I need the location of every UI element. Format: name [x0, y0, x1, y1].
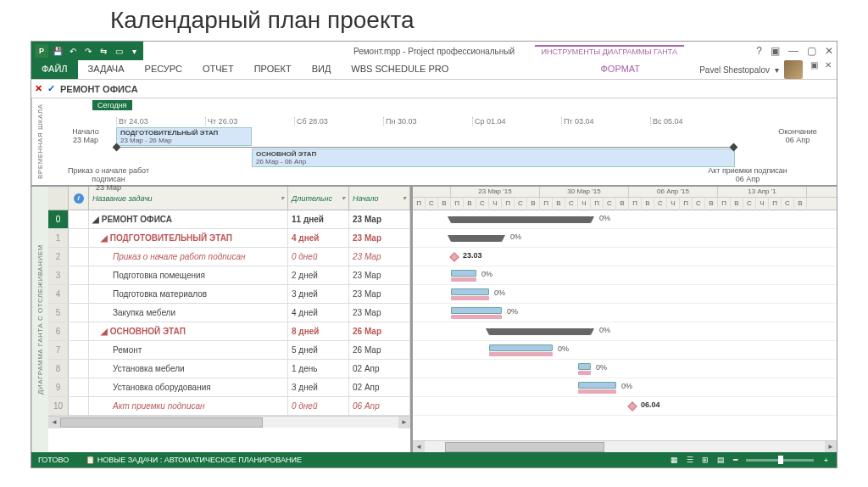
view-calendar-icon[interactable]: ▤ [717, 456, 725, 464]
grid-scrollbar[interactable]: ◄ ► [48, 416, 410, 428]
user-dropdown-icon[interactable]: ▾ [775, 65, 779, 75]
day-label: П [540, 198, 553, 210]
task-bar[interactable] [578, 363, 591, 370]
milestone-diamond[interactable] [627, 401, 637, 411]
task-row[interactable]: 5 Закупка мебели 4 дней23 Мар [48, 304, 410, 322]
gantt-vtab[interactable]: ДИАГРАММА ГАНТА С ОТСЛЕЖИВАНИЕМ [31, 187, 48, 452]
day-label: С [693, 198, 705, 210]
task-row[interactable]: 3 Подготовка помещения 2 дней23 Мар [48, 266, 410, 285]
formula-value[interactable]: РЕМОНТ ОФИСА [60, 84, 138, 94]
dropdown-icon[interactable]: ▾ [281, 194, 284, 202]
chart-row[interactable]: 06.04 [413, 397, 837, 416]
zoom-out-icon[interactable]: ━ [733, 456, 737, 464]
chart-row[interactable]: 0% [413, 322, 837, 341]
task-row[interactable]: 10 Акт приемки подписан 0 дней06 Апр [48, 397, 410, 416]
task-row[interactable]: 8 Установка мебели 1 день02 Апр [48, 360, 410, 378]
link-icon[interactable]: ⇆ [97, 45, 109, 57]
day-label: Ч [667, 198, 680, 210]
cancel-icon[interactable]: ✕ [35, 83, 42, 94]
timeline-end: Окончание06 Апр [772, 127, 823, 144]
chart-row[interactable]: 23.03 [413, 248, 837, 266]
chart-row[interactable]: 0% [413, 360, 837, 378]
tab-task[interactable]: ЗАДАЧА [78, 60, 135, 79]
task-row[interactable]: 0 ◢ РЕМОНТ ОФИСА 11 дней23 Мар [48, 210, 410, 229]
scroll-right-icon[interactable]: ► [825, 441, 837, 453]
task-bar[interactable] [451, 307, 502, 314]
sub-close-icon[interactable]: ✕ [825, 60, 832, 70]
tab-report[interactable]: ОТЧЕТ [192, 60, 244, 79]
avatar[interactable] [784, 60, 803, 79]
timeline-bar-main[interactable]: ОСНОВНОЙ ЭТАП26 Мар - 06 Апр [252, 148, 735, 167]
timeline-tick: Чт 26.03 [205, 117, 294, 126]
summary-bar[interactable] [451, 216, 591, 223]
day-label: В [731, 198, 743, 210]
day-label: С [565, 198, 578, 210]
minimize-icon[interactable]: — [788, 45, 798, 57]
day-label: В [464, 198, 476, 210]
view-network-icon[interactable]: ⊞ [702, 456, 709, 464]
tab-view[interactable]: ВИД [302, 60, 342, 79]
save-icon[interactable]: 💾 [52, 45, 64, 57]
chart-row[interactable]: 0% [413, 304, 837, 322]
ribbon-toggle-icon[interactable]: ▣ [771, 45, 780, 57]
col-start[interactable]: Начало▾ [349, 187, 410, 210]
task-bar[interactable] [578, 382, 616, 389]
task-row[interactable]: 6 ◢ ОСНОВНОЙ ЭТАП 8 дней26 Мар [48, 322, 410, 341]
day-label: В [553, 198, 565, 210]
milestone-diamond[interactable] [449, 252, 459, 261]
tab-resource[interactable]: РЕСУРС [135, 60, 192, 79]
more-icon[interactable]: ▾ [128, 45, 140, 57]
chart-row[interactable]: 0% [413, 285, 837, 304]
chart-row[interactable]: 0% [413, 341, 837, 360]
col-duration[interactable]: Длительнс▾ [288, 187, 349, 210]
task-bar[interactable] [451, 270, 476, 277]
task-row[interactable]: 9 Установка оборудования 3 дней02 Апр [48, 378, 410, 397]
document-title: Ремонт.mpp - Project профессиональный [353, 47, 515, 56]
chart-row[interactable]: 0% [413, 266, 837, 285]
timeline-bar-prep[interactable]: ПОДГОТОВИТЕЛЬНЫЙ ЭТАП23 Мар - 26 Мар [116, 127, 252, 146]
task-bar[interactable] [451, 288, 489, 295]
accept-icon[interactable]: ✓ [47, 83, 55, 94]
task-bar[interactable] [489, 344, 553, 351]
redo-icon[interactable]: ↷ [82, 45, 94, 57]
gantt-panel: ДИАГРАММА ГАНТА С ОТСЛЕЖИВАНИЕМ i Назван… [31, 186, 837, 452]
chart-row[interactable]: 0% [413, 229, 837, 248]
tab-wbs[interactable]: WBS Schedule Pro [341, 60, 459, 79]
day-label: П [718, 198, 731, 210]
scroll-left-icon[interactable]: ◄ [48, 417, 60, 428]
task-row[interactable]: 4 Подготовка материалов 3 дней23 Мар [48, 285, 410, 304]
tab-project[interactable]: ПРОЕКТ [244, 60, 302, 79]
task-row[interactable]: 2 Приказ о начале работ подписан 0 дней2… [48, 248, 410, 266]
zoom-in-icon[interactable]: ＋ [822, 455, 830, 466]
chart-row[interactable]: 0% [413, 378, 837, 397]
print-icon[interactable]: ▭ [113, 45, 125, 57]
zoom-slider[interactable] [746, 459, 814, 462]
undo-icon[interactable]: ↶ [67, 45, 79, 57]
tab-file[interactable]: ФАЙЛ [31, 60, 78, 79]
maximize-icon[interactable]: ▢ [807, 45, 816, 57]
info-icon: i [74, 193, 84, 204]
user-area[interactable]: Pavel Shestopalov ▾ [699, 60, 803, 79]
timeline-tick: Вт 24.03 [116, 117, 205, 126]
summary-bar[interactable] [451, 235, 502, 242]
close-icon[interactable]: ✕ [825, 45, 833, 57]
task-row[interactable]: 1 ◢ ПОДГОТОВИТЕЛЬНЫЙ ЭТАП 4 дней23 Мар [48, 229, 410, 248]
day-label: П [629, 198, 642, 210]
view-gantt-icon[interactable]: ▦ [670, 456, 678, 464]
scroll-right-icon[interactable]: ► [398, 417, 410, 428]
day-label: В [527, 198, 540, 210]
chart-row[interactable]: 0% [413, 210, 837, 229]
chart-scrollbar[interactable]: ◄ ► [413, 440, 837, 452]
summary-bar[interactable] [489, 328, 591, 335]
timeline-vtab[interactable]: ВРЕМЕННАЯ ШКАЛА [31, 98, 48, 185]
scroll-left-icon[interactable]: ◄ [413, 441, 425, 453]
gantt-chart[interactable]: 23 Мар '1530 Мар '1506 Апр '1513 Апр '1 … [413, 187, 837, 452]
view-timeline-icon[interactable]: ☰ [687, 456, 693, 464]
sub-restore-icon[interactable]: ▣ [810, 60, 818, 70]
task-grid: i Название задачи▾ Длительнс▾ Начало▾ 0 … [48, 187, 413, 452]
tab-format[interactable]: ФОРМАТ [591, 60, 651, 77]
timeline[interactable]: Сегодня Вт 24.03Чт 26.03Сб 28.03Пн 30.03… [48, 98, 837, 185]
help-icon[interactable]: ? [756, 45, 762, 57]
timeline-tick: Сб 28.03 [294, 117, 383, 126]
task-row[interactable]: 7 Ремонт 5 дней26 Мар [48, 341, 410, 360]
